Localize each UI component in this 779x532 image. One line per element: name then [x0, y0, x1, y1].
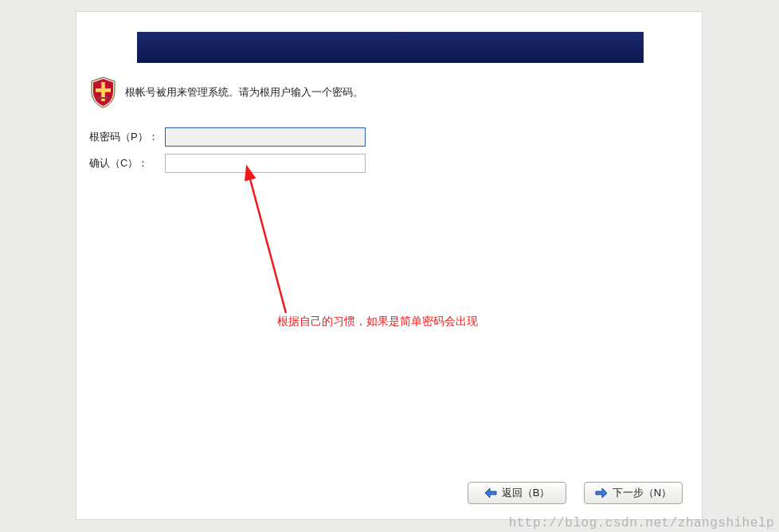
confirm-password-input[interactable]: [165, 154, 366, 173]
back-button-label: 返回（B）: [502, 486, 550, 500]
root-password-label: 根密码（P）：: [89, 130, 165, 144]
next-button[interactable]: 下一步（N）: [584, 482, 683, 504]
annotation-arrow: [182, 162, 302, 321]
root-password-input[interactable]: [165, 127, 366, 147]
shield-icon: [89, 76, 117, 109]
header-banner: [137, 32, 644, 63]
intro-row: 根帐号被用来管理系统。请为根用户输入一个密码。: [89, 76, 363, 109]
back-button[interactable]: 返回（B）: [468, 482, 566, 504]
svg-line-2: [249, 176, 286, 313]
confirm-password-label: 确认（C）：: [89, 156, 165, 170]
root-password-row: 根密码（P）：: [89, 127, 366, 147]
installer-window: 根帐号被用来管理系统。请为根用户输入一个密码。 根密码（P）： 确认（C）： 根…: [76, 12, 702, 519]
confirm-password-row: 确认（C）：: [89, 154, 366, 173]
svg-rect-1: [96, 88, 111, 92]
arrow-right-icon: [595, 487, 608, 499]
next-button-label: 下一步（N）: [613, 486, 671, 500]
button-bar: 返回（B） 下一步（N）: [468, 482, 683, 504]
intro-text: 根帐号被用来管理系统。请为根用户输入一个密码。: [125, 85, 363, 100]
annotation-text: 根据自己的习惯，如果是简单密码会出现: [277, 315, 478, 329]
desktop-background: 根帐号被用来管理系统。请为根用户输入一个密码。 根密码（P）： 确认（C）： 根…: [0, 0, 779, 532]
arrow-left-icon: [484, 487, 497, 499]
